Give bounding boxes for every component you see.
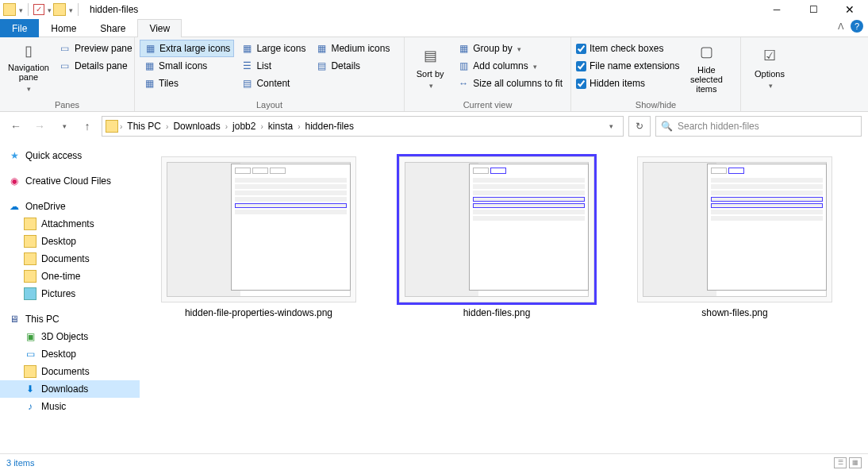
sidebar-desktop[interactable]: Desktop	[0, 233, 140, 250]
sidebar-3d-objects[interactable]: ▣3D Objects	[0, 328, 140, 345]
folder-icon	[24, 270, 36, 283]
sidebar-documents-2[interactable]: Documents	[0, 363, 140, 380]
file-name: shown-files.png	[701, 307, 767, 318]
hidden-items-toggle[interactable]: Hidden items	[576, 75, 679, 92]
pictures-icon	[24, 287, 36, 300]
qat-dropdown-3[interactable]	[67, 4, 73, 15]
details-button[interactable]: ▤Details	[312, 57, 393, 75]
desktop-icon: ▭	[24, 348, 36, 360]
grid-icon: ▦	[315, 42, 328, 55]
qat-dropdown[interactable]	[17, 4, 23, 15]
crumb-this-pc[interactable]: This PC	[124, 117, 164, 136]
large-icons-button[interactable]: ▦Large icons	[237, 40, 309, 57]
status-text: 3 items	[6, 458, 34, 468]
preview-pane-button[interactable]: ▭Preview pane	[56, 40, 136, 57]
file-item[interactable]: shown-files.png	[624, 156, 846, 318]
small-icons-button[interactable]: ▦Small icons	[140, 57, 234, 75]
add-columns-button[interactable]: ▥Add columns	[454, 57, 566, 75]
file-extensions-toggle[interactable]: File name extensions	[576, 57, 679, 75]
extra-large-icons-button[interactable]: ▦Extra large icons	[140, 40, 234, 57]
sidebar-creative-cloud[interactable]: ◉Creative Cloud Files	[0, 172, 140, 190]
sidebar-music[interactable]: ♪Music	[0, 398, 140, 415]
history-button[interactable]	[54, 117, 73, 136]
group-label-current: Current view	[405, 100, 570, 111]
folder-icon	[24, 235, 36, 248]
sidebar-one-time[interactable]: One-time	[0, 268, 140, 285]
crumb-jobb2[interactable]: jobb2	[229, 117, 259, 136]
file-name: hidden-files.png	[463, 307, 531, 318]
folder-icon	[106, 120, 118, 133]
close-button[interactable]: ✕	[832, 0, 868, 18]
minimize-button[interactable]: ─	[759, 0, 795, 18]
music-icon: ♪	[24, 400, 36, 413]
maximize-button[interactable]: ☐	[795, 0, 832, 18]
ribbon: ▯ Navigation pane ▭Preview pane ▭Details…	[0, 37, 868, 112]
sidebar-attachments[interactable]: Attachments	[0, 215, 140, 233]
list-button[interactable]: ☰List	[237, 57, 309, 75]
refresh-button[interactable]: ↻	[628, 116, 651, 137]
content-icon: ▤	[240, 77, 253, 90]
options-button[interactable]: ☑ Options	[746, 40, 793, 95]
quick-access-toolbar: ✓	[0, 3, 85, 16]
details-pane-button[interactable]: ▭Details pane	[56, 57, 136, 75]
tiles-button[interactable]: ▦Tiles	[140, 75, 234, 92]
crumb-kinsta[interactable]: kinsta	[265, 117, 296, 136]
group-by-button[interactable]: ▦Group by	[454, 40, 566, 57]
sidebar[interactable]: ★Quick access ◉Creative Cloud Files ☁One…	[0, 141, 140, 453]
group-label-showhide: Show/hide	[571, 100, 740, 111]
3d-icon: ▣	[24, 330, 36, 343]
qat-dropdown-2[interactable]	[46, 4, 52, 15]
sidebar-downloads[interactable]: ⬇Downloads	[0, 380, 140, 398]
columns-icon: ▥	[457, 60, 470, 72]
sort-by-button[interactable]: ▤ Sort by	[409, 40, 451, 95]
hide-selected-button[interactable]: ▢ Hide selected items	[682, 40, 730, 95]
file-list[interactable]: hidden-file-properties-windows.png hidde…	[140, 141, 868, 453]
address-bar[interactable]: › This PC› Downloads› jobb2› kinsta› hid…	[102, 116, 624, 137]
medium-icons-button[interactable]: ▦Medium icons	[312, 40, 393, 57]
sidebar-desktop-2[interactable]: ▭Desktop	[0, 345, 140, 363]
up-button[interactable]: ↑	[78, 117, 97, 136]
thumbnails-view-icon[interactable]: ▦	[849, 457, 862, 468]
tab-file[interactable]: File	[0, 19, 39, 37]
ribbon-collapse-icon[interactable]: ᐱ	[838, 21, 844, 32]
crumb-downloads[interactable]: Downloads	[170, 117, 223, 136]
sidebar-onedrive[interactable]: ☁OneDrive	[0, 198, 140, 215]
content-button[interactable]: ▤Content	[237, 75, 309, 92]
downloads-icon: ⬇	[24, 383, 36, 395]
sidebar-this-pc[interactable]: 🖥This PC	[0, 310, 140, 328]
tab-home[interactable]: Home	[39, 19, 88, 37]
item-check-boxes-toggle[interactable]: Item check boxes	[576, 40, 679, 57]
group-icon: ▦	[457, 42, 470, 55]
sidebar-quick-access[interactable]: ★Quick access	[0, 147, 140, 164]
sidebar-pictures[interactable]: Pictures	[0, 285, 140, 302]
size-columns-button[interactable]: ↔Size all columns to fit	[454, 75, 566, 92]
preview-pane-icon: ▭	[59, 42, 71, 55]
back-button[interactable]: ←	[6, 117, 25, 136]
address-dropdown[interactable]	[601, 117, 620, 136]
forward-button[interactable]: →	[30, 117, 49, 136]
sidebar-documents[interactable]: Documents	[0, 250, 140, 268]
creative-cloud-icon: ◉	[8, 175, 21, 187]
ribbon-tabs: File Home Share View	[0, 18, 868, 37]
file-item[interactable]: hidden-files.png	[386, 156, 608, 318]
folder-icon	[24, 252, 36, 265]
checkbox-icon[interactable]: ✓	[33, 4, 44, 15]
options-icon: ☑	[757, 45, 782, 67]
file-name: hidden-file-properties-windows.png	[185, 307, 332, 318]
folder-icon	[24, 218, 36, 230]
file-item[interactable]: hidden-file-properties-windows.png	[148, 156, 370, 318]
group-label-panes: Panes	[0, 100, 134, 111]
help-icon[interactable]: ?	[851, 20, 863, 33]
folder-icon	[53, 3, 66, 16]
tab-share[interactable]: Share	[88, 19, 137, 37]
title-bar: ✓ hidden-files ─ ☐ ✕	[0, 0, 868, 18]
list-icon: ☰	[240, 60, 253, 72]
crumb-hidden-files[interactable]: hidden-files	[302, 117, 357, 136]
file-thumbnail	[161, 156, 356, 302]
details-view-icon[interactable]: ☰	[834, 457, 847, 468]
navigation-pane-button[interactable]: ▯ Navigation pane	[5, 40, 52, 95]
search-box[interactable]: 🔍 Search hidden-files	[655, 116, 862, 137]
tab-view[interactable]: View	[137, 19, 182, 37]
tiles-icon: ▦	[143, 77, 156, 90]
file-thumbnail	[637, 156, 832, 302]
